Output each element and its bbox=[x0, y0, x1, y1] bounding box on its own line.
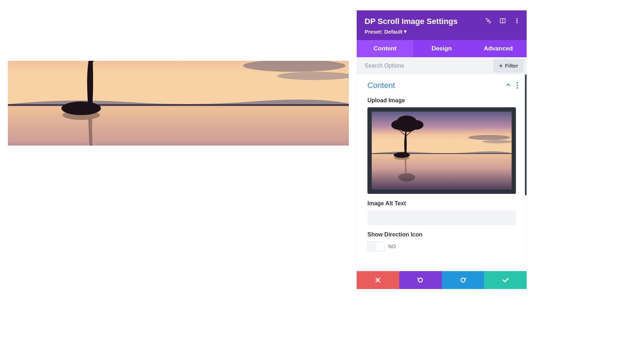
module-settings-panel: DP Scroll Image Settings Preset: Default… bbox=[357, 10, 527, 289]
search-input[interactable] bbox=[357, 58, 493, 74]
alt-text-label: Image Alt Text bbox=[367, 200, 516, 207]
svg-point-15 bbox=[517, 18, 518, 19]
columns-icon[interactable] bbox=[499, 18, 506, 24]
field-image-alt: Image Alt Text bbox=[357, 197, 527, 229]
section-more-icon[interactable] bbox=[517, 82, 518, 89]
svg-point-17 bbox=[517, 22, 518, 23]
toggle-value: NO bbox=[388, 244, 396, 249]
tab-design[interactable]: Design bbox=[413, 40, 470, 57]
direction-icon-label: Show Direction Icon bbox=[367, 231, 516, 238]
more-vertical-icon[interactable] bbox=[514, 18, 520, 24]
section-header-content[interactable]: Content bbox=[357, 74, 527, 94]
redo-button[interactable] bbox=[442, 271, 484, 289]
expand-icon[interactable] bbox=[485, 18, 492, 24]
alt-text-input[interactable] bbox=[367, 210, 516, 225]
canvas-preview-image bbox=[8, 61, 349, 146]
preset-label: Preset: Default bbox=[365, 29, 402, 35]
plus-icon: + bbox=[499, 63, 503, 69]
filter-button[interactable]: + Filter bbox=[493, 59, 524, 73]
caret-down-icon: ▾ bbox=[404, 28, 407, 35]
cancel-button[interactable] bbox=[357, 271, 399, 289]
preset-selector[interactable]: Preset: Default ▾ bbox=[365, 28, 407, 35]
chevron-up-icon[interactable] bbox=[505, 82, 512, 89]
svg-rect-12 bbox=[488, 20, 489, 22]
section-title: Content bbox=[367, 81, 505, 90]
field-upload-image: Upload Image bbox=[357, 94, 527, 198]
svg-point-16 bbox=[517, 20, 518, 21]
scrollbar-thumb[interactable] bbox=[525, 74, 527, 195]
tab-advanced[interactable]: Advanced bbox=[470, 40, 527, 57]
undo-button[interactable] bbox=[399, 271, 442, 289]
direction-icon-toggle[interactable] bbox=[367, 241, 385, 251]
panel-footer bbox=[357, 271, 527, 289]
save-button[interactable] bbox=[484, 271, 527, 289]
upload-image-label: Upload Image bbox=[367, 97, 516, 104]
filter-label: Filter bbox=[505, 63, 518, 69]
search-row: + Filter bbox=[357, 57, 527, 74]
panel-header: DP Scroll Image Settings Preset: Default… bbox=[357, 10, 527, 40]
field-show-direction-icon: Show Direction Icon NO bbox=[357, 229, 527, 255]
image-upload-area[interactable] bbox=[367, 107, 516, 194]
panel-body: Content Upload Image Image Alt Text Show… bbox=[357, 74, 527, 271]
tab-content[interactable]: Content bbox=[357, 40, 413, 57]
settings-tabs: Content Design Advanced bbox=[357, 40, 527, 57]
toggle-knob bbox=[369, 243, 376, 250]
